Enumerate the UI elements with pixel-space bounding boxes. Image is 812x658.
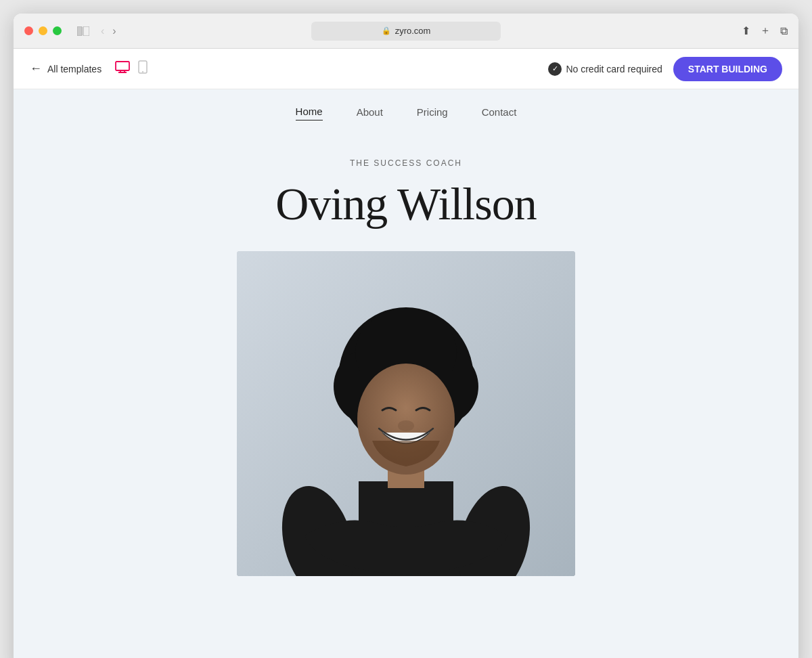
browser-window: ‹ › 🔒 zyro.com ⬆ ＋ ⧉ ← All templates — [14, 14, 798, 658]
back-arrow-icon[interactable]: ‹ — [98, 24, 107, 39]
forward-arrow-icon[interactable]: › — [110, 24, 118, 39]
nav-item-home[interactable]: Home — [296, 106, 323, 120]
nav-item-pricing[interactable]: Pricing — [417, 106, 448, 120]
hero-subtitle: THE SUCCESS COACH — [350, 158, 462, 168]
desktop-view-icon[interactable] — [115, 61, 130, 76]
all-templates-label: All templates — [47, 64, 102, 74]
back-arrow-icon: ← — [30, 62, 42, 76]
no-credit-badge: ✓ No credit card required — [548, 62, 662, 76]
maximize-button[interactable] — [53, 26, 62, 35]
svg-rect-0 — [77, 26, 82, 36]
view-toggles — [115, 60, 148, 77]
tabs-icon[interactable]: ⧉ — [780, 25, 788, 37]
minimize-button[interactable] — [39, 26, 47, 35]
svg-point-19 — [398, 420, 414, 431]
hero-title: Oving Willson — [275, 177, 536, 231]
title-bar: ‹ › 🔒 zyro.com ⬆ ＋ ⧉ — [14, 14, 798, 49]
back-nav[interactable]: ← All templates — [30, 62, 102, 76]
nav-item-about[interactable]: About — [357, 106, 383, 120]
lock-icon: 🔒 — [382, 26, 391, 35]
nav-item-contact[interactable]: Contact — [482, 106, 517, 120]
traffic-lights — [24, 26, 62, 35]
url-text: zyro.com — [395, 26, 431, 36]
site-nav: Home About Pricing Contact — [14, 89, 798, 131]
new-tab-icon[interactable]: ＋ — [760, 24, 771, 38]
title-bar-right: ⬆ ＋ ⧉ — [742, 24, 788, 38]
toolbar-right: ✓ No credit card required START BUILDING — [548, 57, 782, 81]
hero-image — [237, 251, 575, 576]
check-icon: ✓ — [548, 62, 562, 76]
sidebar-toggle-icon[interactable] — [76, 24, 90, 38]
hero-image-placeholder — [237, 251, 575, 576]
close-button[interactable] — [24, 26, 33, 35]
svg-point-7 — [142, 71, 143, 72]
share-icon[interactable]: ⬆ — [742, 24, 750, 37]
address-bar[interactable]: 🔒 zyro.com — [311, 22, 501, 41]
hero-section: THE SUCCESS COACH Oving Willson — [14, 131, 798, 576]
svg-rect-1 — [83, 26, 89, 36]
no-credit-text: No credit card required — [566, 64, 662, 74]
start-building-button[interactable]: START BUILDING — [673, 57, 782, 81]
browser-nav-arrows: ‹ › — [98, 24, 119, 39]
svg-rect-2 — [116, 62, 129, 70]
app-toolbar: ← All templates ✓ No — [14, 49, 798, 89]
mobile-view-icon[interactable] — [138, 60, 148, 77]
title-bar-controls — [76, 24, 90, 38]
preview-area: Home About Pricing Contact THE SUCCESS C… — [14, 89, 798, 658]
